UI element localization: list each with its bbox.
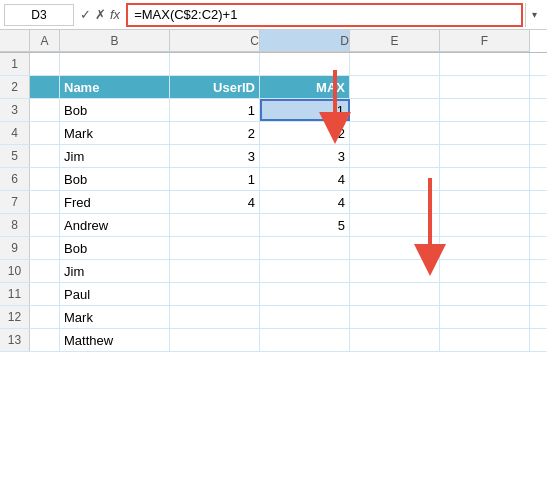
cell-d13[interactable] xyxy=(260,329,350,351)
cell-c6[interactable]: 1 xyxy=(170,168,260,190)
cell-f10[interactable] xyxy=(440,260,530,282)
cell-c13[interactable] xyxy=(170,329,260,351)
cell-c3[interactable]: 1 xyxy=(170,99,260,121)
table-row: 8 Andrew 5 xyxy=(0,214,547,237)
cell-f2[interactable] xyxy=(440,76,530,98)
cell-c1[interactable] xyxy=(170,53,260,75)
col-header-b[interactable]: B xyxy=(60,30,170,52)
cell-e5[interactable] xyxy=(350,145,440,167)
cell-c12[interactable] xyxy=(170,306,260,328)
cell-c7[interactable]: 4 xyxy=(170,191,260,213)
cell-c10[interactable] xyxy=(170,260,260,282)
cell-d11[interactable] xyxy=(260,283,350,305)
cell-a13[interactable] xyxy=(30,329,60,351)
cell-a6[interactable] xyxy=(30,168,60,190)
row-number: 13 xyxy=(0,329,30,351)
cell-d6[interactable]: 4 xyxy=(260,168,350,190)
row-number: 5 xyxy=(0,145,30,167)
cell-a9[interactable] xyxy=(30,237,60,259)
cell-b8[interactable]: Andrew xyxy=(60,214,170,236)
cell-f1[interactable] xyxy=(440,53,530,75)
cell-b2[interactable]: Name xyxy=(60,76,170,98)
cell-c11[interactable] xyxy=(170,283,260,305)
cell-c8[interactable] xyxy=(170,214,260,236)
cell-b1[interactable] xyxy=(60,53,170,75)
table-row: 10 Jim xyxy=(0,260,547,283)
cell-e1[interactable] xyxy=(350,53,440,75)
formula-input[interactable] xyxy=(126,3,523,27)
cell-f9[interactable] xyxy=(440,237,530,259)
cell-e3[interactable] xyxy=(350,99,440,121)
table-row: 2 Name UserID MAX xyxy=(0,76,547,99)
cell-c5[interactable]: 3 xyxy=(170,145,260,167)
cell-a2[interactable] xyxy=(30,76,60,98)
row-number: 7 xyxy=(0,191,30,213)
col-header-e[interactable]: E xyxy=(350,30,440,52)
cell-f12[interactable] xyxy=(440,306,530,328)
cell-e7[interactable] xyxy=(350,191,440,213)
cell-e8[interactable] xyxy=(350,214,440,236)
cell-c4[interactable]: 2 xyxy=(170,122,260,144)
row-number: 1 xyxy=(0,53,30,75)
cell-f6[interactable] xyxy=(440,168,530,190)
cell-f8[interactable] xyxy=(440,214,530,236)
formula-dropdown-arrow[interactable]: ▾ xyxy=(525,3,543,27)
cell-b4[interactable]: Mark xyxy=(60,122,170,144)
cell-f3[interactable] xyxy=(440,99,530,121)
cell-d2[interactable]: MAX xyxy=(260,76,350,98)
cell-e4[interactable] xyxy=(350,122,440,144)
table-row: 9 Bob xyxy=(0,237,547,260)
cell-a11[interactable] xyxy=(30,283,60,305)
cell-a3[interactable] xyxy=(30,99,60,121)
cell-b13[interactable]: Matthew xyxy=(60,329,170,351)
cell-a5[interactable] xyxy=(30,145,60,167)
cell-a1[interactable] xyxy=(30,53,60,75)
cell-c2[interactable]: UserID xyxy=(170,76,260,98)
cell-c9[interactable] xyxy=(170,237,260,259)
cell-d3[interactable]: 1 xyxy=(260,99,350,121)
row-number: 4 xyxy=(0,122,30,144)
cell-d8[interactable]: 5 xyxy=(260,214,350,236)
cell-d10[interactable] xyxy=(260,260,350,282)
cell-d12[interactable] xyxy=(260,306,350,328)
cell-f5[interactable] xyxy=(440,145,530,167)
table-row: 5 Jim 3 3 xyxy=(0,145,547,168)
cell-b6[interactable]: Bob xyxy=(60,168,170,190)
cell-d4[interactable]: 2 xyxy=(260,122,350,144)
cell-b10[interactable]: Jim xyxy=(60,260,170,282)
cell-a4[interactable] xyxy=(30,122,60,144)
cell-f13[interactable] xyxy=(440,329,530,351)
cell-f11[interactable] xyxy=(440,283,530,305)
table-row: 12 Mark xyxy=(0,306,547,329)
cell-e9[interactable] xyxy=(350,237,440,259)
cell-a10[interactable] xyxy=(30,260,60,282)
row-number: 2 xyxy=(0,76,30,98)
cell-a8[interactable] xyxy=(30,214,60,236)
cell-b9[interactable]: Bob xyxy=(60,237,170,259)
cell-d1[interactable] xyxy=(260,53,350,75)
col-header-f[interactable]: F xyxy=(440,30,530,52)
cell-d7[interactable]: 4 xyxy=(260,191,350,213)
cell-b3[interactable]: Bob xyxy=(60,99,170,121)
cell-b12[interactable]: Mark xyxy=(60,306,170,328)
cell-b7[interactable]: Fred xyxy=(60,191,170,213)
cell-reference-box[interactable]: D3 xyxy=(4,4,74,26)
cell-a7[interactable] xyxy=(30,191,60,213)
cell-f4[interactable] xyxy=(440,122,530,144)
cell-e13[interactable] xyxy=(350,329,440,351)
cell-e11[interactable] xyxy=(350,283,440,305)
cell-b11[interactable]: Paul xyxy=(60,283,170,305)
cell-e10[interactable] xyxy=(350,260,440,282)
cell-e2[interactable] xyxy=(350,76,440,98)
col-header-a[interactable]: A xyxy=(30,30,60,52)
cell-b5[interactable]: Jim xyxy=(60,145,170,167)
table-row: 11 Paul xyxy=(0,283,547,306)
cell-d5[interactable]: 3 xyxy=(260,145,350,167)
col-header-d[interactable]: D xyxy=(260,30,350,52)
cell-f7[interactable] xyxy=(440,191,530,213)
col-header-c[interactable]: C xyxy=(170,30,260,52)
cell-a12[interactable] xyxy=(30,306,60,328)
cell-e12[interactable] xyxy=(350,306,440,328)
cell-e6[interactable] xyxy=(350,168,440,190)
cell-d9[interactable] xyxy=(260,237,350,259)
